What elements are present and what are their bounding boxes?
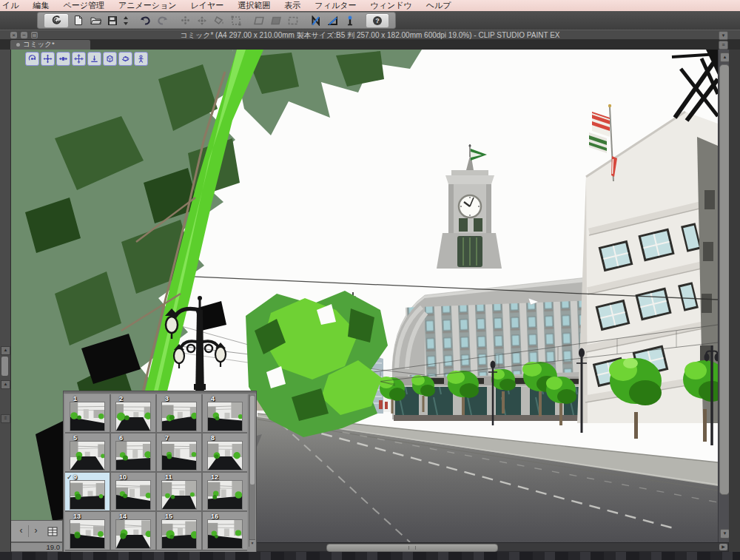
redo-button[interactable] [155,14,169,27]
palette-scrollbar[interactable]: ▼ [249,394,255,547]
menu-file[interactable]: イル [2,0,19,11]
transform-button[interactable] [229,14,243,27]
layer-frame-icon [288,16,298,25]
page-thumbnail-image[interactable] [162,442,196,470]
page-thumbnail-image[interactable] [116,402,150,431]
tab-comic[interactable]: コミック* [10,40,90,50]
delete-selection-button[interactable] [178,14,192,27]
open-folder-icon [90,16,101,25]
page-thumbnail-image[interactable] [208,520,242,548]
palette-scroll-down-icon[interactable]: ▼ [249,539,255,547]
palette-header[interactable] [64,391,256,394]
minimize-icon[interactable]: − [21,32,27,38]
menu-view[interactable]: 表示 [284,0,300,11]
page-thumbnail-image[interactable] [116,481,150,509]
hscroll-right-icon[interactable]: ▶ [719,544,727,550]
page-thumbnail-image[interactable] [162,481,196,509]
page-thumbnail-image[interactable] [162,402,196,431]
left-strip-down-icon[interactable]: ▲ [1,380,10,389]
page-thumbnail-16[interactable]: 16 [203,512,247,550]
page-thumbnail-10[interactable]: 10 [111,473,155,510]
page-thumbnail-5[interactable]: 5 [65,434,110,471]
palette-scroll-thumb[interactable] [250,396,255,485]
snap-3-button[interactable] [286,14,300,27]
page-thumbnail-13[interactable]: 13 [65,512,110,550]
menu-filter[interactable]: フィルター [314,0,356,11]
left-strip-tool-icon[interactable]: ≡ [1,414,10,423]
fill-button[interactable] [212,14,226,27]
page-thumbnail-11[interactable]: 11 [157,473,201,510]
save-stepper[interactable] [122,14,130,27]
menu-animation[interactable]: アニメーション [118,0,177,11]
canvas-vertical-scrollbar[interactable]: ▲ ▼ [718,50,730,542]
titlebar-panel-icon[interactable]: ▾ [719,31,728,40]
help-icon: ? [373,16,382,25]
page-thumbnail-image[interactable] [70,402,104,431]
page-thumbnail-6[interactable]: 6 [111,434,155,471]
menu-select[interactable]: 選択範囲 [238,0,270,11]
next-page-button[interactable]: › [30,525,41,537]
undo-icon [140,16,151,25]
clip-studio-logo-button[interactable] [44,13,69,28]
page-thumbnail-4[interactable]: 4 [203,394,247,432]
page-thumbnail-image[interactable] [116,520,150,548]
page-number: 13 [73,513,81,520]
open-file-button[interactable] [88,14,103,27]
left-strip-up-icon[interactable]: ▲ [1,346,10,355]
camera-pan-icon[interactable] [41,52,55,66]
page-thumbnail-image[interactable] [162,520,196,548]
save-button[interactable] [105,14,120,27]
page-thumbnail-1[interactable]: 1 [65,394,110,432]
vscroll-thumb[interactable] [719,64,730,495]
new-document-button[interactable] [71,14,86,27]
menu-page-manage[interactable]: ページ管理 [64,0,105,11]
object-move-icon[interactable] [72,52,86,66]
page-thumbnail-image[interactable] [116,442,150,470]
camera-dolly-icon[interactable] [56,52,70,66]
page-thumbnail-image[interactable] [70,442,104,470]
object-snap-to-surface-icon[interactable] [87,52,101,66]
undo-button[interactable] [138,14,152,27]
page-thumbnail-image[interactable] [70,520,104,548]
snap-ruler-button[interactable] [309,14,323,27]
menu-help[interactable]: ヘルプ [426,0,451,11]
object-rotate-y-icon[interactable] [118,52,132,66]
page-thumbnail-7[interactable]: 7 [157,434,201,471]
prev-page-button[interactable]: ‹ [16,525,27,537]
menu-layer[interactable]: レイヤー [191,0,224,11]
document-window-title-bar[interactable]: × − ▢ コミック* (A4 297.00 x 210.00mm 製本サイズ:… [0,30,740,40]
move-layer-button[interactable] [195,14,209,27]
page-list-icon[interactable] [47,527,58,536]
menu-edit[interactable]: 編集 [33,0,50,11]
page-thumbnail-image[interactable] [208,442,242,470]
page-thumbnail-3[interactable]: 3 [157,394,201,432]
snap-2-button[interactable] [269,14,283,27]
maximize-icon[interactable]: ▢ [31,32,38,38]
page-thumbnail-image[interactable] [208,402,242,431]
page-thumbnail-12[interactable]: 12 [203,473,247,510]
page-number: 1 [73,395,77,402]
hscroll-thumb[interactable] [326,544,498,552]
page-thumbnail-2[interactable]: 2 [111,394,155,432]
left-strip-scroll-thumb[interactable] [1,357,8,376]
object-pose-icon[interactable] [134,52,148,66]
canvas-horizontal-scrollbar[interactable]: ▶ [255,542,729,552]
page-thumbnail-14[interactable]: 14 [111,512,155,550]
snap-grid-button[interactable] [343,14,357,27]
page-thumbnail-9[interactable]: ✓9 [65,473,110,510]
help-button[interactable]: ? [366,13,389,28]
camera-rotate-icon[interactable] [25,52,39,66]
page-thumbnail-image[interactable] [208,481,242,509]
page-thumbnail-15[interactable]: 15 [157,512,201,550]
window-controls: × − ▢ [10,32,38,38]
page-number: 14 [119,513,127,520]
background-window-strip [0,552,740,560]
snap-1-button[interactable] [252,14,266,27]
snap-special-ruler-button[interactable] [326,14,340,27]
object-rotate-icon[interactable] [103,52,117,66]
page-thumbnail-image[interactable] [70,481,104,509]
menu-window[interactable]: ウィンドウ [370,0,411,11]
tabbar-menu-icon[interactable]: ≡ [719,41,728,50]
close-icon[interactable]: × [10,32,17,38]
page-thumbnail-8[interactable]: 8 [203,434,247,471]
